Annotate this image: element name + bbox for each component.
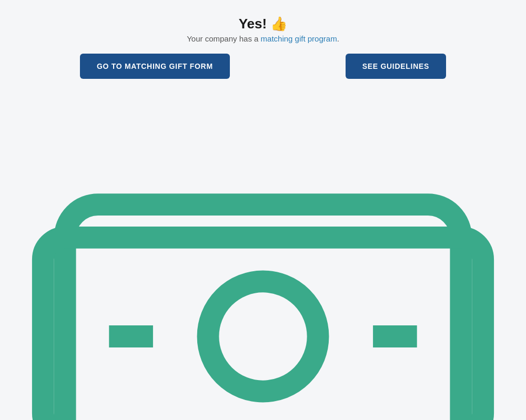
hero-section: Yes! 👍 Your company has a matching gift … <box>21 16 505 43</box>
money-icon <box>21 95 505 420</box>
hero-title: Yes! 👍 <box>21 16 505 32</box>
hero-subtitle-period: . <box>337 34 339 43</box>
svg-point-2 <box>208 281 318 391</box>
hero-subtitle: Your company has a matching gift program… <box>21 34 505 43</box>
hero-subtitle-text: Your company has a <box>187 34 260 43</box>
see-guidelines-button[interactable]: SEE GUIDELINES <box>346 54 446 79</box>
match-amounts-section: Match Amounts <box>21 95 505 420</box>
button-row: GO TO MATCHING GIFT FORM SEE GUIDELINES <box>21 54 505 79</box>
hero-subtitle-link[interactable]: matching gift program <box>261 34 337 43</box>
matching-gift-form-button[interactable]: GO TO MATCHING GIFT FORM <box>80 54 230 79</box>
page-wrapper: Yes! 👍 Your company has a matching gift … <box>0 0 526 420</box>
